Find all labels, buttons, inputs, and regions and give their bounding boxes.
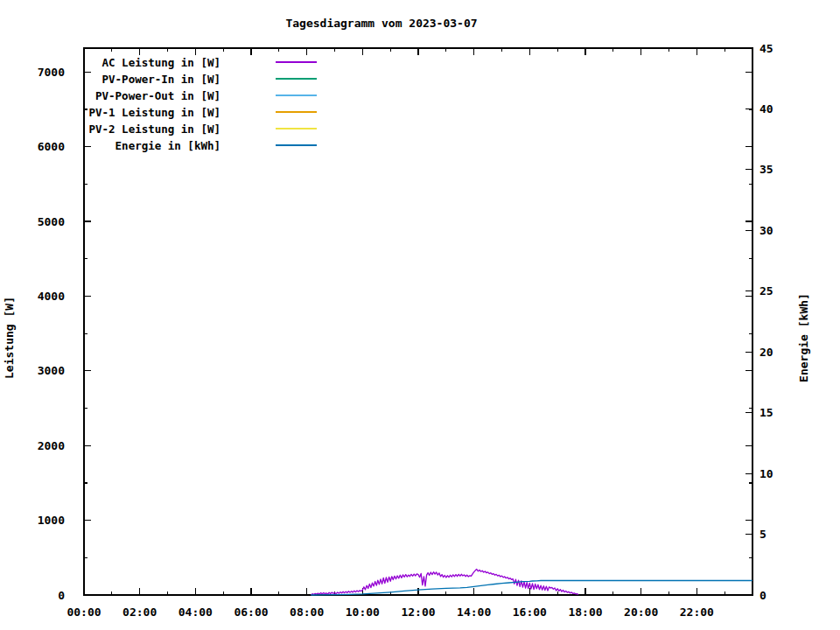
legend-item-label: Energie in [kWh] [116, 139, 220, 152]
chart-image: 00:0002:0004:0006:0008:0010:0012:0014:00… [0, 0, 840, 630]
y-left-tick-label: 0 [58, 589, 65, 602]
legend-item-label: AC Leistung in [W] [102, 56, 220, 69]
y-right-tick-label: 25 [760, 284, 774, 298]
legend-item-label: PV-2 Leistung in [W] [88, 122, 220, 136]
y-right-tick-label: 20 [760, 346, 774, 359]
y-left-tick-label: 1000 [38, 514, 65, 527]
legend-item-label: PV-Power-Out in [W] [95, 89, 220, 102]
series-line-0 [311, 570, 578, 595]
x-tick-label: 22:00 [680, 606, 714, 619]
y-right-tick-label: 15 [760, 406, 774, 419]
legend-item-label: PV-Power-In in [W] [102, 73, 220, 86]
left-axis-title: Leistung [W] [3, 297, 16, 379]
pv-day-chart: 00:0002:0004:0006:0008:0010:0012:0014:00… [0, 0, 840, 630]
legend-item-label: PV-1 Leistung in [W] [88, 106, 220, 119]
x-tick-label: 00:00 [66, 606, 101, 619]
x-tick-label: 04:00 [178, 606, 213, 619]
y-left-tick-label: 7000 [38, 66, 65, 79]
x-tick-label: 18:00 [568, 606, 602, 619]
y-left-tick-label: 4000 [38, 290, 65, 303]
chart-title: Tagesdiagramm vom 2023-03-07 [285, 17, 477, 30]
y-right-tick-label: 30 [760, 224, 774, 237]
x-tick-label: 02:00 [122, 606, 157, 619]
x-tick-label: 14:00 [457, 606, 491, 619]
y-right-tick-label: 35 [760, 163, 774, 176]
y-left-tick-label: 2000 [38, 439, 65, 452]
x-tick-label: 20:00 [624, 606, 658, 619]
y-left-tick-label: 5000 [38, 215, 65, 228]
y-right-tick-label: 10 [760, 467, 774, 480]
x-tick-label: 08:00 [290, 606, 324, 619]
x-tick-label: 16:00 [513, 606, 547, 619]
x-tick-label: 06:00 [234, 606, 268, 619]
y-right-tick-label: 40 [760, 102, 774, 116]
x-tick-label: 12:00 [401, 606, 435, 619]
y-right-tick-label: 5 [760, 528, 766, 541]
right-axis-title: Energie [kWh] [797, 293, 810, 382]
y-right-tick-label: 45 [760, 42, 774, 55]
y-left-tick-label: 6000 [38, 140, 65, 153]
x-tick-label: 10:00 [346, 606, 380, 619]
y-left-tick-label: 3000 [38, 364, 65, 377]
y-right-tick-label: 0 [760, 589, 766, 602]
